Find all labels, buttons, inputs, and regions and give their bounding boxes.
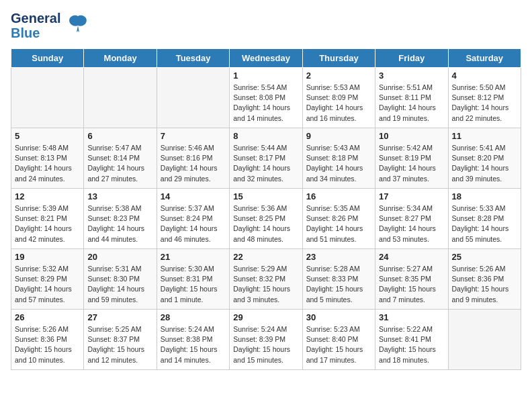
day-info: Sunrise: 5:29 AM Sunset: 8:32 PM Dayligh… — [233, 264, 298, 305]
day-info: Sunrise: 5:53 AM Sunset: 8:09 PM Dayligh… — [306, 83, 371, 124]
calendar-table: SundayMondayTuesdayWednesdayThursdayFrid… — [11, 48, 521, 370]
day-header-tuesday: Tuesday — [157, 49, 229, 68]
day-number: 2 — [306, 71, 371, 81]
calendar-cell: 19Sunrise: 5:32 AM Sunset: 8:29 PM Dayli… — [11, 249, 84, 310]
day-number: 23 — [306, 252, 371, 262]
day-info: Sunrise: 5:32 AM Sunset: 8:29 PM Dayligh… — [15, 264, 80, 305]
calendar-cell: 20Sunrise: 5:31 AM Sunset: 8:30 PM Dayli… — [84, 249, 157, 310]
day-info: Sunrise: 5:42 AM Sunset: 8:19 PM Dayligh… — [379, 143, 444, 184]
day-number: 18 — [452, 191, 517, 201]
day-number: 14 — [161, 191, 226, 201]
day-number: 24 — [379, 252, 444, 262]
day-info: Sunrise: 5:43 AM Sunset: 8:18 PM Dayligh… — [306, 143, 371, 184]
calendar-cell: 23Sunrise: 5:28 AM Sunset: 8:33 PM Dayli… — [302, 249, 375, 310]
day-number: 6 — [87, 131, 152, 141]
calendar-cell — [84, 68, 157, 128]
calendar-cell: 18Sunrise: 5:33 AM Sunset: 8:28 PM Dayli… — [448, 189, 521, 249]
day-number: 17 — [379, 191, 444, 201]
calendar-cell: 26Sunrise: 5:26 AM Sunset: 8:36 PM Dayli… — [11, 310, 84, 370]
day-info: Sunrise: 5:51 AM Sunset: 8:11 PM Dayligh… — [379, 83, 444, 124]
calendar-cell: 6Sunrise: 5:47 AM Sunset: 8:14 PM Daylig… — [84, 128, 157, 189]
day-header-wednesday: Wednesday — [230, 49, 302, 68]
calendar-cell: 5Sunrise: 5:48 AM Sunset: 8:13 PM Daylig… — [11, 128, 84, 189]
day-number: 4 — [452, 71, 517, 81]
calendar-header-row: SundayMondayTuesdayWednesdayThursdayFrid… — [11, 49, 521, 68]
calendar-cell: 24Sunrise: 5:27 AM Sunset: 8:35 PM Dayli… — [375, 249, 448, 310]
calendar-cell: 17Sunrise: 5:34 AM Sunset: 8:27 PM Dayli… — [375, 189, 448, 249]
day-info: Sunrise: 5:25 AM Sunset: 8:37 PM Dayligh… — [87, 324, 152, 365]
calendar-cell: 14Sunrise: 5:37 AM Sunset: 8:24 PM Dayli… — [157, 189, 229, 249]
calendar-cell: 9Sunrise: 5:43 AM Sunset: 8:18 PM Daylig… — [302, 128, 375, 189]
day-info: Sunrise: 5:46 AM Sunset: 8:16 PM Dayligh… — [161, 143, 226, 184]
logo-text-general: General — [11, 11, 60, 26]
calendar-cell: 25Sunrise: 5:26 AM Sunset: 8:36 PM Dayli… — [448, 249, 521, 310]
day-info: Sunrise: 5:22 AM Sunset: 8:41 PM Dayligh… — [379, 324, 444, 365]
day-number: 22 — [233, 252, 298, 262]
logo-bird-icon — [66, 12, 90, 39]
day-number: 12 — [15, 191, 80, 201]
calendar-cell: 3Sunrise: 5:51 AM Sunset: 8:11 PM Daylig… — [375, 68, 448, 128]
day-info: Sunrise: 5:28 AM Sunset: 8:33 PM Dayligh… — [306, 264, 371, 305]
calendar-cell: 22Sunrise: 5:29 AM Sunset: 8:32 PM Dayli… — [230, 249, 302, 310]
calendar-week-3: 12Sunrise: 5:39 AM Sunset: 8:21 PM Dayli… — [11, 189, 521, 249]
day-header-friday: Friday — [375, 49, 448, 68]
calendar-cell — [11, 68, 84, 128]
calendar-week-2: 5Sunrise: 5:48 AM Sunset: 8:13 PM Daylig… — [11, 128, 521, 189]
calendar-cell: 2Sunrise: 5:53 AM Sunset: 8:09 PM Daylig… — [302, 68, 375, 128]
calendar-cell: 15Sunrise: 5:36 AM Sunset: 8:25 PM Dayli… — [230, 189, 302, 249]
day-number: 11 — [452, 131, 517, 141]
day-info: Sunrise: 5:47 AM Sunset: 8:14 PM Dayligh… — [87, 143, 152, 184]
day-info: Sunrise: 5:31 AM Sunset: 8:30 PM Dayligh… — [87, 264, 152, 305]
day-info: Sunrise: 5:48 AM Sunset: 8:13 PM Dayligh… — [15, 143, 80, 184]
calendar-cell: 28Sunrise: 5:24 AM Sunset: 8:38 PM Dayli… — [157, 310, 229, 370]
day-number: 5 — [15, 131, 80, 141]
day-info: Sunrise: 5:39 AM Sunset: 8:21 PM Dayligh… — [15, 203, 80, 244]
day-number: 30 — [306, 312, 371, 322]
day-number: 15 — [233, 191, 298, 201]
day-number: 25 — [452, 252, 517, 262]
calendar-cell: 8Sunrise: 5:44 AM Sunset: 8:17 PM Daylig… — [230, 128, 302, 189]
day-info: Sunrise: 5:37 AM Sunset: 8:24 PM Dayligh… — [161, 203, 226, 244]
calendar-week-4: 19Sunrise: 5:32 AM Sunset: 8:29 PM Dayli… — [11, 249, 521, 310]
calendar-cell: 13Sunrise: 5:38 AM Sunset: 8:23 PM Dayli… — [84, 189, 157, 249]
calendar-cell: 29Sunrise: 5:24 AM Sunset: 8:39 PM Dayli… — [230, 310, 302, 370]
day-number: 28 — [161, 312, 226, 322]
day-number: 27 — [87, 312, 152, 322]
day-header-thursday: Thursday — [302, 49, 375, 68]
day-info: Sunrise: 5:26 AM Sunset: 8:36 PM Dayligh… — [452, 264, 517, 305]
day-info: Sunrise: 5:23 AM Sunset: 8:40 PM Dayligh… — [306, 324, 371, 365]
day-info: Sunrise: 5:44 AM Sunset: 8:17 PM Dayligh… — [233, 143, 298, 184]
day-header-monday: Monday — [84, 49, 157, 68]
day-info: Sunrise: 5:54 AM Sunset: 8:08 PM Dayligh… — [233, 83, 298, 124]
calendar-cell — [157, 68, 229, 128]
day-info: Sunrise: 5:35 AM Sunset: 8:26 PM Dayligh… — [306, 203, 371, 244]
calendar-week-5: 26Sunrise: 5:26 AM Sunset: 8:36 PM Dayli… — [11, 310, 521, 370]
day-number: 20 — [87, 252, 152, 262]
day-info: Sunrise: 5:26 AM Sunset: 8:36 PM Dayligh… — [15, 324, 80, 365]
day-number: 16 — [306, 191, 371, 201]
calendar-cell: 30Sunrise: 5:23 AM Sunset: 8:40 PM Dayli… — [302, 310, 375, 370]
day-number: 1 — [233, 71, 298, 81]
day-number: 8 — [233, 131, 298, 141]
day-number: 9 — [306, 131, 371, 141]
day-number: 10 — [379, 131, 444, 141]
calendar-cell: 11Sunrise: 5:41 AM Sunset: 8:20 PM Dayli… — [448, 128, 521, 189]
day-number: 3 — [379, 71, 444, 81]
calendar-week-1: 1Sunrise: 5:54 AM Sunset: 8:08 PM Daylig… — [11, 68, 521, 128]
day-number: 13 — [87, 191, 152, 201]
day-info: Sunrise: 5:36 AM Sunset: 8:25 PM Dayligh… — [233, 203, 298, 244]
day-info: Sunrise: 5:34 AM Sunset: 8:27 PM Dayligh… — [379, 203, 444, 244]
day-info: Sunrise: 5:24 AM Sunset: 8:39 PM Dayligh… — [233, 324, 298, 365]
logo-text-blue: Blue — [11, 26, 60, 40]
calendar-cell: 4Sunrise: 5:50 AM Sunset: 8:12 PM Daylig… — [448, 68, 521, 128]
day-info: Sunrise: 5:33 AM Sunset: 8:28 PM Dayligh… — [452, 203, 517, 244]
day-number: 21 — [161, 252, 226, 262]
calendar-cell: 1Sunrise: 5:54 AM Sunset: 8:08 PM Daylig… — [230, 68, 302, 128]
calendar-cell: 21Sunrise: 5:30 AM Sunset: 8:31 PM Dayli… — [157, 249, 229, 310]
day-number: 29 — [233, 312, 298, 322]
calendar-cell: 7Sunrise: 5:46 AM Sunset: 8:16 PM Daylig… — [157, 128, 229, 189]
page-header: General Blue — [11, 11, 521, 40]
day-number: 7 — [161, 131, 226, 141]
day-info: Sunrise: 5:38 AM Sunset: 8:23 PM Dayligh… — [87, 203, 152, 244]
day-number: 19 — [15, 252, 80, 262]
